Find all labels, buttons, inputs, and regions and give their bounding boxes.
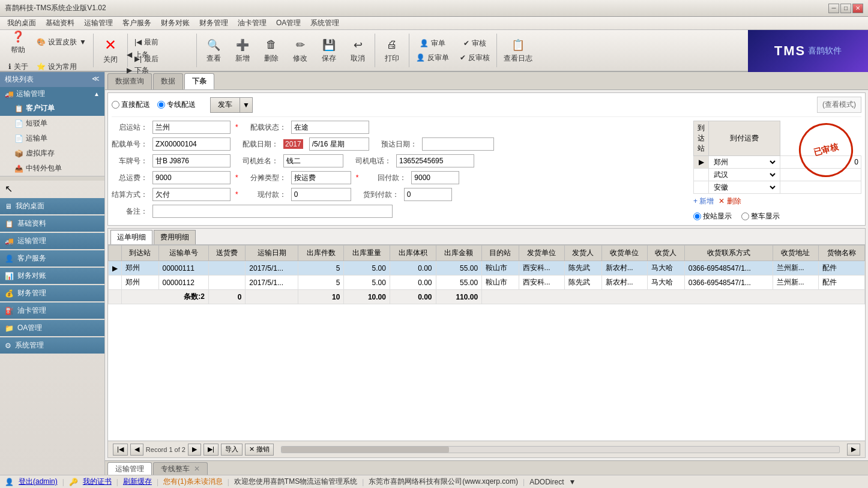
nav-cancel-btn[interactable]: ✕ 撤销 [245, 444, 274, 456]
direct-delivery-radio[interactable]: 直接配送 [112, 100, 150, 110]
sidebar-item-transport-orders[interactable]: 📄 运输单 [0, 131, 104, 146]
viewlog-button[interactable]: 📋 查看日志 [501, 35, 535, 65]
th-receiver-unit[interactable]: 收货单位 [601, 246, 648, 261]
edit-button[interactable]: ✏ 修改 [287, 35, 313, 65]
table-row[interactable]: ▶ 郑州 00000111 2017/5/1... 5 5.00 0.00 55… [109, 261, 865, 276]
special-radio-input[interactable] [157, 101, 165, 109]
th-pieces[interactable]: 出库件数 [298, 246, 344, 261]
th-receiver[interactable]: 收货人 [648, 246, 685, 261]
dest-station-select-1[interactable]: 武汉 [711, 170, 777, 179]
th-address[interactable]: 收货地址 [773, 246, 819, 261]
nav-import-btn[interactable]: 导入 [221, 444, 243, 456]
truck-input[interactable] [152, 154, 231, 167]
sidebar-item-virtual-inventory[interactable]: 📦 虚拟库存 [0, 146, 104, 161]
sidebar-item-oilcard[interactable]: ⛽ 油卡管理 [0, 303, 104, 319]
menu-oa[interactable]: OA管理 [271, 17, 306, 29]
sidebar-section-transport-expanded[interactable]: 🚚 运输管理 ▲ [0, 87, 104, 101]
menu-sys[interactable]: 系统管理 [306, 17, 344, 29]
sidebar-item-customer-service[interactable]: 👤 客户服务 [0, 250, 104, 267]
remark-input[interactable] [152, 205, 393, 218]
th-target[interactable]: 目的站 [482, 246, 519, 261]
dest-station-select-0[interactable]: 郑州 [711, 157, 777, 167]
nav-next-btn[interactable]: ▶ [188, 444, 201, 456]
table-scroll[interactable]: 到达站 运输单号 送货费 运输日期 出库件数 出库重量 出库体积 出库金额 目的… [108, 245, 865, 441]
collapse-icon[interactable]: ≪ [92, 74, 100, 85]
skin-button[interactable]: 🎨 设置皮肤 ▼ [34, 35, 89, 49]
bystation-input[interactable] [693, 212, 701, 220]
estimate-date-input[interactable] [422, 137, 494, 151]
th-goods[interactable]: 货物名称 [819, 246, 865, 261]
next-button[interactable]: ▶ 下条 [122, 64, 152, 77]
close-button[interactable]: ✕ [852, 4, 863, 13]
print-button[interactable]: 🖨 打印 [379, 35, 405, 65]
tab-data[interactable]: 数据 [153, 73, 183, 89]
load-date-input[interactable] [309, 137, 369, 151]
cancel-button[interactable]: ↩ 取消 [345, 35, 371, 65]
bystation-radio[interactable]: 按站显示 [693, 211, 732, 221]
login-user[interactable]: 登出(admin) [19, 477, 58, 487]
start-station-input[interactable] [152, 121, 231, 134]
send-dropdown[interactable]: ▼ [240, 97, 253, 113]
delete-dest-btn[interactable]: ✕ 删除 [719, 196, 741, 206]
driver-name-input[interactable] [283, 154, 343, 167]
delete-button[interactable]: 🗑 删除 [258, 35, 285, 65]
pay-method-input[interactable] [152, 188, 231, 201]
menu-oilcard[interactable]: 油卡管理 [233, 17, 271, 29]
whole-truck-radio[interactable]: 整车显示 [741, 211, 780, 221]
close-button-toolbar[interactable]: ✕ 关闭 [97, 35, 124, 65]
prev-button[interactable]: ◀ 上条 [122, 48, 152, 61]
cash-pay-input[interactable] [291, 188, 351, 201]
add-button[interactable]: ➕ 新增 [229, 35, 256, 65]
delivery-pay-input[interactable] [404, 188, 452, 201]
th-amount[interactable]: 出库金额 [436, 246, 482, 261]
wholetruck-input[interactable] [741, 212, 749, 220]
th-dest[interactable]: 到达站 [122, 246, 159, 261]
unaudit-button[interactable]: 👤 反审单 [413, 51, 452, 64]
dest-fee-input-2[interactable] [783, 183, 819, 191]
dest-row-0-station[interactable]: 郑州 [709, 156, 780, 169]
first-button[interactable]: |◀ 最前 [131, 35, 161, 49]
bottom-tab-close[interactable]: ✕ [194, 465, 200, 473]
scrollbar-thumb[interactable] [282, 447, 449, 453]
th-volume[interactable]: 出库体积 [390, 246, 436, 261]
nav-prev-btn[interactable]: ◀ [130, 444, 143, 456]
minimize-button[interactable]: ─ [828, 4, 839, 13]
nav-last-btn[interactable]: ▶| [203, 444, 219, 456]
special-delivery-radio[interactable]: 专线配送 [157, 100, 196, 110]
load-no-input[interactable] [152, 137, 231, 151]
menu-customer[interactable]: 客户服务 [118, 17, 156, 29]
help-button[interactable]: ❓ 帮助 [5, 27, 31, 57]
menu-finance[interactable]: 财务对账 [156, 17, 194, 29]
add-dest-btn[interactable]: + 新增 [693, 196, 714, 206]
sidebar-item-customer-orders[interactable]: 📋 客户订单 [0, 101, 104, 116]
th-sender-unit[interactable]: 发货单位 [519, 246, 565, 261]
th-shipno[interactable]: 运输单号 [158, 246, 208, 261]
view-button[interactable]: 🔍 查看 [200, 35, 227, 65]
nav-first-btn[interactable]: |◀ [113, 444, 128, 456]
th-date[interactable]: 运输日期 [246, 246, 298, 261]
grid-tab-fees[interactable]: 费用明细 [154, 230, 196, 244]
dest-row-1-station[interactable]: 武汉 [709, 169, 780, 181]
th-delivery-fee[interactable]: 送货费 [208, 246, 246, 261]
direct-radio-input[interactable] [112, 101, 119, 109]
bottom-tab-transport[interactable]: 运输管理 [107, 462, 152, 475]
sidebar-item-finmgmt[interactable]: 💰 财务管理 [0, 285, 104, 301]
verify-button[interactable]: ✔ 审核 [457, 37, 493, 50]
save-button[interactable]: 💾 保存 [316, 35, 342, 65]
th-contact[interactable]: 收货联系方式 [684, 246, 773, 261]
setdefault-button[interactable]: ⭐ 设为常用 [34, 59, 80, 74]
grid-tab-waybill[interactable]: 运单明细 [110, 230, 152, 244]
dest-station-select-2[interactable]: 安徽 [711, 182, 777, 192]
th-sender[interactable]: 发货人 [565, 246, 602, 261]
maximize-button[interactable]: □ [840, 4, 851, 13]
sidebar-item-mydesk[interactable]: 🖥 我的桌面 [0, 198, 104, 214]
split-type-input[interactable] [291, 171, 351, 184]
return-fee-input[interactable] [411, 171, 459, 184]
load-status-input[interactable] [291, 121, 369, 134]
audit-button[interactable]: 👤 审单 [413, 37, 452, 50]
th-weight[interactable]: 出库重量 [344, 246, 390, 261]
horizontal-scrollbar[interactable] [281, 446, 840, 453]
db-dropdown[interactable]: ▼ [568, 478, 576, 486]
driver-phone-input[interactable] [396, 154, 474, 167]
menu-finmgmt[interactable]: 财务管理 [194, 17, 233, 29]
